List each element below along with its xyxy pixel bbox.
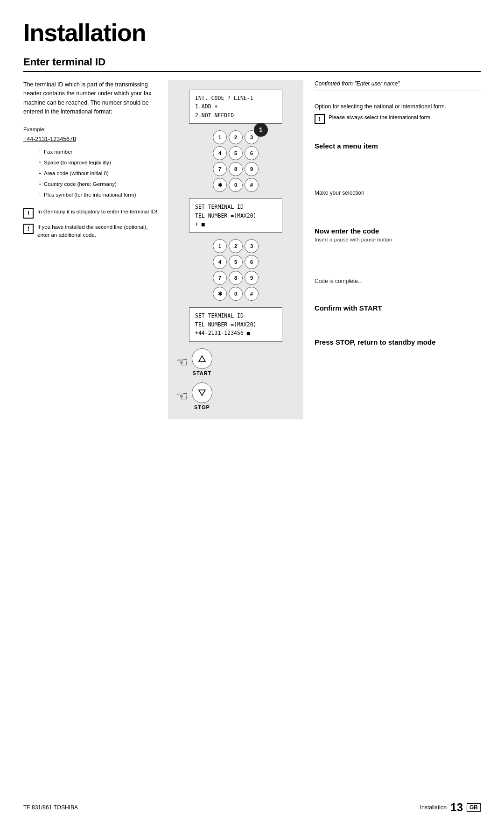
start-row: ☞ START (176, 348, 295, 376)
footer-model: TF 831/861 TOSHIBA (23, 804, 78, 811)
selected-key-indicator: 1 (254, 123, 268, 137)
svg-marker-1 (199, 390, 205, 396)
display2-line3: + ■ (195, 220, 276, 228)
step-now-enter: Now enter the code Insert a pause with p… (315, 223, 481, 242)
key2-6: 6 (245, 255, 259, 269)
key-4: 4 (213, 146, 227, 160)
step-code-complete: Code is complete... (315, 273, 481, 285)
warning-box-2: ! If you have installed the second line … (23, 223, 159, 240)
example-label: Example: (23, 125, 159, 134)
keypad-1: 1 2 3 4 5 6 7 8 9 ✱ 0 # (213, 130, 259, 192)
key2-star: ✱ (213, 287, 227, 301)
main-layout: The terminal ID which is part of the tra… (23, 80, 481, 419)
key2-2: 2 (229, 239, 243, 253)
step-make-selection-desc: Make your selection (315, 189, 481, 197)
step-now-enter-desc: Insert a pause with pause button (315, 237, 481, 242)
footer-right: Installation 13 GB (420, 801, 481, 814)
display2-line2: TEL NUMBER =(MAX20) (195, 212, 276, 220)
key-0: 0 (229, 178, 243, 192)
tree-item-2: Space (to improve legibilitly) (37, 157, 159, 168)
keypad-2: 1 2 3 4 5 6 7 8 9 ✱ 0 # (213, 239, 259, 301)
step-press-stop-title: Press STOP, return to standby mode (315, 338, 481, 346)
tree-item-5: Plus symbol (for the international form) (37, 190, 159, 200)
display3-line1: SET TERMINAL ID (195, 311, 276, 320)
display3-line3: +44-2131-123456 ■ (195, 329, 276, 337)
option-note: Option for selecting the national or int… (315, 102, 481, 111)
svg-marker-0 (199, 356, 205, 361)
start-button-group: START (192, 348, 212, 376)
finger-icon-stop: ☞ (176, 389, 188, 404)
step-now-enter-title: Now enter the code (315, 227, 481, 235)
display2-line1: SET TERMINAL ID (195, 203, 276, 211)
key-2: 2 (229, 130, 243, 144)
key-5: 5 (229, 146, 243, 160)
left-column: The terminal ID which is part of the tra… (23, 80, 168, 419)
step-confirm-start: Confirm with START (315, 300, 481, 314)
center-column: INT. CODE ? LINE-1 1.ADD + 2.NOT NEEDED … (168, 80, 303, 419)
key2-7: 7 (213, 271, 227, 285)
stop-button[interactable] (192, 382, 212, 403)
footer-section-label: Installation (420, 804, 447, 811)
tree-item-4: Country code (here: Germany) (37, 179, 159, 190)
footer-region: GB (467, 803, 481, 812)
spacer-3 (315, 250, 481, 273)
right-column: Continued from "Enter user name" Option … (303, 80, 481, 419)
step-select-menu: Select a menu item (315, 138, 481, 152)
right-continued: Continued from "Enter user name" (315, 80, 481, 91)
display1-line3: 2.NOT NEEDED (195, 111, 276, 120)
key-7: 7 (213, 162, 227, 176)
key-9: 9 (245, 162, 259, 176)
key2-0: 0 (229, 287, 243, 301)
key2-3: 3 (245, 239, 259, 253)
key-1: 1 (213, 130, 227, 144)
tree-item-1: Fax number (37, 147, 159, 157)
display3-line2: TEL NUMBER =(MAX20) (195, 320, 276, 329)
finger-icon-start: ☞ (176, 354, 188, 370)
tree-container: Fax number Space (to improve legibilitly… (23, 147, 159, 200)
footer: TF 831/861 TOSHIBA Installation 13 GB (23, 801, 481, 814)
warning-icon-1: ! (23, 208, 34, 219)
display-box-1: INT. CODE ? LINE-1 1.ADD + 2.NOT NEEDED (189, 90, 282, 124)
key2-1: 1 (213, 239, 227, 253)
key2-9: 9 (245, 271, 259, 285)
example-block: Example: +44-2131-12345678 Fax number Sp… (23, 125, 159, 200)
warning-box-1: ! In Germany it is obligatory to enter t… (23, 208, 159, 219)
stop-label: STOP (194, 404, 210, 410)
step-code-complete-desc: Code is complete... (315, 277, 481, 285)
key-hash: # (245, 178, 259, 192)
spacer-5 (315, 321, 481, 334)
warning-right: ! Please always select the international… (315, 113, 481, 124)
display-box-2: SET TERMINAL ID TEL NUMBER =(MAX20) + ■ (189, 198, 282, 233)
key-8: 8 (229, 162, 243, 176)
start-label: START (193, 370, 212, 376)
spacer-1 (315, 159, 481, 185)
key2-8: 8 (229, 271, 243, 285)
footer-page-number: 13 (450, 801, 463, 814)
stop-button-group: STOP (192, 382, 212, 410)
key2-hash: # (245, 287, 259, 301)
step-press-stop: Press STOP, return to standby mode (315, 334, 481, 348)
page-title: Installation (23, 19, 481, 47)
key2-4: 4 (213, 255, 227, 269)
section-header: Enter terminal ID (23, 56, 481, 72)
warning-icon-2: ! (23, 224, 34, 234)
keypad-group-1: 1 2 3 4 5 6 7 8 9 ✱ 0 # 1 (213, 130, 259, 192)
example-number: +44-2131-12345678 (23, 134, 159, 144)
option-block: Option for selecting the national or int… (315, 99, 481, 131)
key-6: 6 (245, 146, 259, 160)
stop-row: ☞ STOP (176, 382, 295, 410)
step-select-menu-title: Select a menu item (315, 142, 481, 150)
warning-text-2: If you have installed the second line (o… (37, 223, 159, 240)
warning-right-text: Please always select the international f… (329, 113, 432, 121)
left-description: The terminal ID which is part of the tra… (23, 80, 159, 117)
display1-line2: 1.ADD + (195, 102, 276, 111)
step-make-selection: Make your selection (315, 185, 481, 197)
tree-item-3: Area code (without initial 0) (37, 168, 159, 179)
display1-line1: INT. CODE ? LINE-1 (195, 94, 276, 102)
spacer-4 (315, 293, 481, 300)
step-confirm-start-title: Confirm with START (315, 304, 481, 312)
start-button[interactable] (192, 348, 212, 369)
warning-text-1: In Germany it is obligatory to enter the… (37, 208, 157, 216)
warning-icon-right: ! (315, 114, 325, 124)
key-star: ✱ (213, 178, 227, 192)
